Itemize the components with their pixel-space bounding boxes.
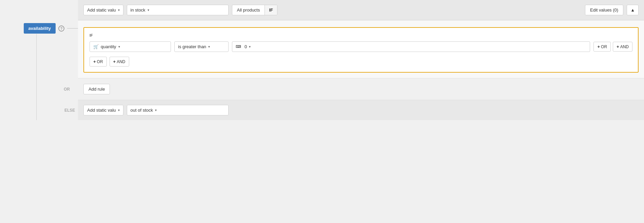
value-dropdown[interactable]: ⌨ 0 ▾ — [232, 41, 590, 52]
connector-line — [67, 28, 78, 29]
add-rule-btn[interactable]: Add rule — [83, 84, 110, 94]
all-products-label: All products — [232, 5, 265, 15]
plus-icon-bottom-and: + — [113, 59, 116, 64]
plus-icon-bottom-or: + — [93, 59, 96, 64]
out-of-stock-dropdown[interactable]: out of stock ▾ — [127, 105, 229, 115]
and-btn[interactable]: + AND — [613, 42, 632, 52]
value-label: 0 — [245, 44, 247, 49]
else-side-label: ELSE — [64, 108, 75, 113]
or-btn-label: OR — [601, 44, 607, 49]
availability-badge: availability — [24, 23, 56, 34]
availability-label: availability — [28, 26, 51, 31]
or-side-label: OR — [64, 87, 70, 92]
in-stock-label: in stock — [131, 7, 145, 13]
quantity-dropdown[interactable]: 🛒 quantity ▾ — [90, 41, 171, 52]
plus-icon-and: + — [617, 44, 619, 49]
add-static-label: Add static valu — [87, 7, 116, 13]
else-add-static-btn[interactable]: Add static valu ▾ — [83, 105, 123, 115]
top-row: Add static valu ▾ in stock ▾ All product… — [78, 0, 644, 20]
or-and-group: + OR + AND — [593, 42, 632, 52]
collapse-icon: ▲ — [630, 7, 635, 13]
else-section: ELSE Add static valu ▾ out of stock ▾ — [78, 100, 644, 120]
in-stock-dropdown[interactable]: in stock ▾ — [127, 5, 229, 15]
add-static-value-btn[interactable]: Add static valu ▾ — [83, 5, 123, 15]
if-container: IF 🛒 quantity ▾ is greater than ▾ — [83, 27, 639, 73]
vertical-connector — [36, 34, 37, 120]
operator-dropdown[interactable]: is greater than ▾ — [174, 41, 229, 52]
quantity-label: quantity — [101, 44, 116, 49]
if-section: IF 🛒 quantity ▾ is greater than ▾ — [78, 20, 644, 78]
if-label: IF — [90, 33, 632, 37]
condition-row: 🛒 quantity ▾ is greater than ▾ ⌨ 0 ▾ — [90, 41, 632, 52]
edit-values-btn[interactable]: Edit values (0) — [585, 5, 623, 15]
or-add-rule-section: OR Add rule — [78, 78, 644, 100]
chevron-down-icon-5: ▾ — [249, 45, 251, 49]
chevron-down-icon-2: ▾ — [148, 8, 149, 12]
bottom-or-and: + OR + AND — [90, 57, 632, 67]
if-badge: IF — [265, 5, 277, 15]
chevron-down-icon-7: ▾ — [155, 108, 157, 112]
help-icon[interactable]: ? — [58, 25, 64, 32]
bottom-or-btn[interactable]: + OR — [90, 57, 107, 67]
operator-label: is greater than — [178, 44, 206, 49]
edit-values-label: Edit values (0) — [590, 7, 618, 13]
add-rule-label: Add rule — [89, 87, 105, 92]
chevron-down-icon-3: ▾ — [118, 45, 120, 49]
chevron-down-icon: ▾ — [118, 8, 120, 12]
out-of-stock-label: out of stock — [131, 108, 153, 113]
plus-icon-or: + — [597, 44, 600, 49]
else-add-static-label: Add static valu — [87, 108, 116, 113]
collapse-btn[interactable]: ▲ — [627, 5, 639, 15]
chevron-down-icon-6: ▾ — [118, 108, 120, 112]
chevron-down-icon-4: ▾ — [208, 45, 210, 49]
cart-icon: 🛒 — [93, 44, 99, 49]
bottom-and-label: AND — [117, 59, 125, 64]
all-products-group: All products IF — [232, 5, 277, 15]
or-btn[interactable]: + OR — [593, 42, 611, 52]
bottom-and-btn[interactable]: + AND — [110, 57, 129, 67]
keyboard-icon: ⌨ — [236, 44, 241, 49]
and-btn-label: AND — [620, 44, 629, 49]
bottom-or-label: OR — [97, 59, 103, 64]
